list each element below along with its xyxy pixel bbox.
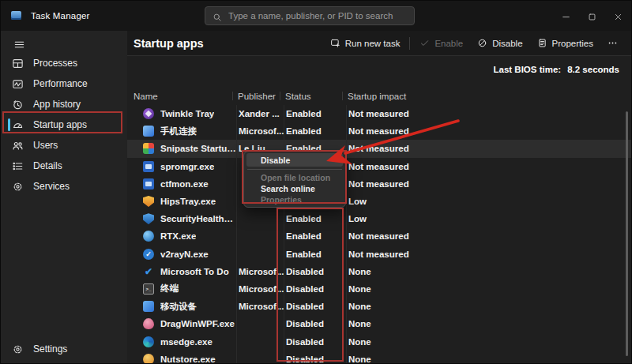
cell-startup-impact: None <box>346 263 631 280</box>
cell-startup-impact: Not measured <box>346 105 631 122</box>
gear-icon <box>12 343 24 355</box>
performance-icon <box>12 78 24 90</box>
search-icon <box>213 11 222 21</box>
toolbar-divider <box>409 37 410 50</box>
cell-startup-impact: None <box>346 280 631 298</box>
sidebar-item-label: Performance <box>33 78 88 89</box>
column-divider <box>280 92 280 100</box>
sidebar-item-label: Services <box>33 181 70 192</box>
maximize-button[interactable] <box>579 1 605 31</box>
sidebar-item-details[interactable]: Details <box>7 156 121 176</box>
last-bios-time: Last BIOS time: 8.2 seconds <box>127 56 631 82</box>
column-header-name[interactable]: Name <box>134 92 236 101</box>
sidebar-item-app-history[interactable]: App history <box>7 94 121 114</box>
properties-icon <box>537 38 547 48</box>
hamburger-icon <box>13 39 25 51</box>
table-row[interactable]: RTX.exe Enabled Not measured <box>127 227 631 245</box>
ctfmon-icon <box>143 178 154 190</box>
close-button[interactable] <box>605 1 631 31</box>
enable-icon <box>419 38 430 48</box>
table-row[interactable]: spromgr.exe Not measured <box>127 158 631 175</box>
cell-status: Disabled <box>284 280 346 298</box>
cell-publisher <box>236 315 284 332</box>
table-row[interactable]: 移动设备 Microsof... Disabled None <box>127 298 631 315</box>
table-row[interactable]: Twinkle Tray Xander ... Enabled Not meas… <box>127 105 631 122</box>
ellipsis-icon <box>608 38 618 48</box>
sidebar-item-startup-apps[interactable]: Startup apps <box>7 114 121 135</box>
disable-button[interactable]: Disable <box>470 31 529 56</box>
context-menu: DisableOpen file locationSearch onlinePr… <box>243 151 346 208</box>
table-row[interactable]: v2rayN.exe Enabled Not measured <box>127 246 631 263</box>
toolbar-button-label: Run new task <box>345 39 401 48</box>
cell-startup-impact: None <box>346 332 631 350</box>
cell-startup-impact: None <box>346 351 631 363</box>
search-box[interactable] <box>205 6 415 25</box>
sidebar-item-label: Users <box>33 140 58 151</box>
table-row[interactable]: DragWinWPF.exe Disabled None <box>127 315 631 332</box>
column-header-startup-impact[interactable]: Startup impact <box>346 92 631 101</box>
vertical-scrollbar[interactable] <box>626 111 628 356</box>
sidebar-item-label: Processes <box>33 58 77 69</box>
cell-name: SecurityHealthSys... <box>160 214 236 223</box>
cell-publisher <box>236 351 284 363</box>
more-options-button[interactable] <box>600 31 625 56</box>
nav-menu-button[interactable] <box>7 34 31 54</box>
cell-name: Twinkle Tray <box>160 109 214 118</box>
main-panel: Startup apps Run new task Enable Disable… <box>127 31 631 363</box>
table-row[interactable]: 手机连接 Microsof... Enabled Not measured <box>127 122 631 140</box>
minimize-button[interactable] <box>553 1 579 31</box>
cell-startup-impact: Not measured <box>346 158 631 175</box>
cell-publisher <box>236 227 284 245</box>
cell-publisher <box>236 210 284 227</box>
sidebar-item-users[interactable]: Users <box>7 135 121 156</box>
properties-button[interactable]: Properties <box>530 31 600 56</box>
table-row[interactable]: msedge.exe Disabled None <box>127 332 631 350</box>
table-row[interactable]: Snipaste Startup ... Le Liu Enabled Not … <box>127 140 631 157</box>
task-manager-app-icon <box>11 11 21 20</box>
startup-apps-table: Twinkle Tray Xander ... Enabled Not meas… <box>127 105 631 363</box>
toolbar: Run new task Enable Disable Properties <box>323 31 631 56</box>
disable-icon <box>477 38 487 48</box>
context-menu-item-open-file-location[interactable]: Open file location <box>246 172 343 183</box>
last-bios-label: Last BIOS time: <box>494 65 562 74</box>
sidebar-item-settings[interactable]: Settings <box>7 339 121 359</box>
cell-startup-impact: Not measured <box>346 175 631 193</box>
context-menu-item-properties[interactable]: Properties <box>246 194 343 205</box>
enable-button[interactable]: Enable <box>412 31 470 56</box>
sidebar-item-performance[interactable]: Performance <box>7 73 121 94</box>
run-new-task-button[interactable]: Run new task <box>323 31 408 56</box>
cell-name: Nutstore.exe <box>160 355 216 363</box>
sidebar-nav: Processes Performance App history Startu… <box>1 53 127 197</box>
last-bios-value: 8.2 seconds <box>567 65 619 74</box>
table-row[interactable]: SecurityHealthSys... Enabled Low <box>127 210 631 227</box>
search-input[interactable] <box>228 11 414 21</box>
context-menu-item-search-online[interactable]: Search online <box>246 183 343 194</box>
cell-startup-impact: Low <box>346 193 631 210</box>
minimize-icon <box>562 12 570 21</box>
cell-name: DragWinWPF.exe <box>160 319 235 328</box>
column-header-publisher[interactable]: Publisher <box>236 92 284 101</box>
cell-publisher: Xander ... <box>236 105 284 122</box>
cell-publisher: Microsof... <box>236 122 284 140</box>
sidebar-item-services[interactable]: Services <box>7 176 121 197</box>
table-row[interactable]: HipsTray.exe Low <box>127 193 631 210</box>
table-row[interactable]: Nutstore.exe Disabled None <box>127 351 631 363</box>
window-title: Task Manager <box>31 11 90 21</box>
table-header: Name Publisher Status Startup impact <box>127 82 631 105</box>
details-icon <box>12 160 24 172</box>
column-header-status[interactable]: Status <box>284 92 346 101</box>
cell-status: Disabled <box>284 332 346 350</box>
context-menu-item-disable[interactable]: Disable <box>246 153 343 167</box>
table-row[interactable]: Microsoft To Do Microsof... Disabled Non… <box>127 263 631 280</box>
table-row[interactable]: 终端 Microsof... Disabled None <box>127 280 631 298</box>
app-history-icon <box>12 99 24 111</box>
ms-todo-icon <box>143 266 154 277</box>
cell-name: 手机连接 <box>160 126 197 137</box>
services-icon <box>12 181 24 193</box>
table-row[interactable]: ctfmon.exe Not measured <box>127 175 631 193</box>
sidebar-item-processes[interactable]: Processes <box>7 53 121 73</box>
sidebar-item-label: Startup apps <box>33 119 87 130</box>
cell-name: 移动设备 <box>160 301 197 313</box>
close-icon <box>614 12 623 21</box>
cell-startup-impact: None <box>346 298 631 315</box>
